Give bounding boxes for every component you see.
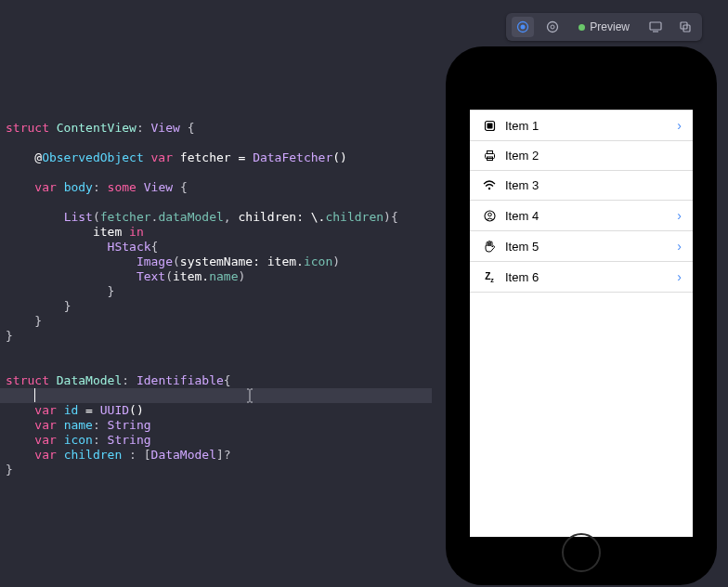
list-item-label: Item 5 xyxy=(505,240,677,254)
svg-rect-9 xyxy=(487,123,492,128)
code-editor[interactable]: struct ContentView: View { @ObservedObje… xyxy=(0,0,432,587)
type-image: Image xyxy=(136,254,173,268)
type-datafetcher: DataFetcher xyxy=(253,150,332,164)
svg-point-3 xyxy=(551,25,554,29)
list-item[interactable]: Item 4› xyxy=(470,201,693,231)
chevron-right-icon: › xyxy=(677,269,682,284)
svg-point-2 xyxy=(548,22,558,33)
list-item[interactable]: Item 1› xyxy=(470,110,693,141)
preview-pane: Preview Item 1›Item 2Item 3Item 4›Item 5… xyxy=(432,0,728,587)
list-item-label: Item 1 xyxy=(505,119,677,133)
device-button[interactable] xyxy=(644,17,667,37)
wifi-icon xyxy=(481,179,498,191)
preview-toolbar: Preview xyxy=(506,13,702,41)
var-fetcher: fetcher xyxy=(180,150,231,164)
canvas-mode-button[interactable] xyxy=(512,17,534,37)
list-item[interactable]: Item 3 xyxy=(470,171,693,201)
home-button-icon xyxy=(562,533,601,572)
list-item-label: Item 4 xyxy=(505,209,677,223)
list-item[interactable]: ZzItem 6› xyxy=(470,262,693,293)
type-identifiable: Identifiable xyxy=(136,373,224,387)
person-circle-icon xyxy=(481,210,498,222)
list-item-label: Item 3 xyxy=(505,178,682,192)
printer-icon xyxy=(481,150,498,162)
square-fill-icon xyxy=(481,120,498,132)
list-view: Item 1›Item 2Item 3Item 4›Item 5›ZzItem … xyxy=(470,110,693,293)
phone-frame: Item 1›Item 2Item 3Item 4›Item 5›ZzItem … xyxy=(446,46,717,585)
svg-point-1 xyxy=(521,25,526,30)
chevron-right-icon: › xyxy=(677,208,682,223)
chevron-right-icon: › xyxy=(677,239,682,254)
list-item-label: Item 2 xyxy=(505,149,682,163)
type-contentview: ContentView xyxy=(57,121,136,135)
type-datamodel: DataModel xyxy=(57,373,122,387)
prop-body: body xyxy=(64,180,93,194)
chevron-right-icon: › xyxy=(677,118,682,133)
status-dot-icon xyxy=(578,24,585,31)
zzz-icon: Zz xyxy=(481,271,498,283)
kw-struct: struct xyxy=(6,121,49,135)
type-hstack: HStack xyxy=(108,240,151,254)
svg-rect-4 xyxy=(650,22,661,30)
type-list: List xyxy=(64,210,93,224)
list-item[interactable]: Item 5› xyxy=(470,231,693,262)
selectable-mode-button[interactable] xyxy=(541,17,564,37)
list-item[interactable]: Item 2 xyxy=(470,141,693,171)
attr-observed: ObservedObject xyxy=(42,150,144,164)
phone-screen: Item 1›Item 2Item 3Item 4›Item 5›ZzItem … xyxy=(470,110,693,537)
svg-point-15 xyxy=(488,213,491,216)
type-text: Text xyxy=(136,269,165,283)
preview-button[interactable]: Preview xyxy=(571,20,637,33)
hand-icon xyxy=(481,240,498,253)
duplicate-button[interactable] xyxy=(674,17,696,37)
type-view: View xyxy=(151,121,180,135)
svg-point-13 xyxy=(488,188,490,189)
list-item-label: Item 6 xyxy=(505,270,677,284)
preview-label: Preview xyxy=(590,20,630,33)
